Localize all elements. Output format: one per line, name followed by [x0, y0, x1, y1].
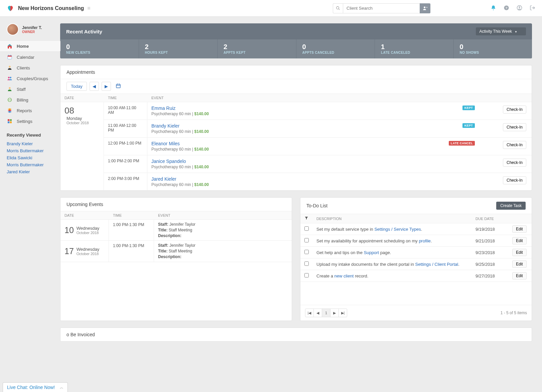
recent-activity-title: Recent Activity: [66, 29, 102, 34]
pager-prev[interactable]: ◀: [313, 309, 322, 317]
brand-logo: [7, 5, 14, 12]
event-info: Staff: Jennifer Taylor Title: Staff Meet…: [154, 241, 292, 261]
notifications-icon[interactable]: [491, 5, 496, 12]
client-link[interactable]: Brandy Kieler: [151, 123, 179, 129]
pager-first[interactable]: |◀: [305, 309, 314, 317]
todo-description: Upload my intake documents for the clien…: [312, 262, 471, 267]
todo-link[interactable]: Settings / Client Portal: [415, 262, 458, 267]
todo-desc-header: DESCRIPTION: [312, 215, 471, 223]
recently-viewed-link[interactable]: Jared Kieler: [7, 168, 53, 175]
client-search-input[interactable]: [343, 3, 420, 13]
edit-task-button[interactable]: Edit: [512, 260, 527, 268]
next-day-button[interactable]: ▶: [102, 82, 111, 91]
pager-last[interactable]: ▶|: [338, 309, 347, 317]
recently-viewed-title: Recently Viewed: [7, 133, 53, 138]
todo-checkbox[interactable]: [304, 238, 309, 242]
stat-value: 2: [145, 43, 212, 51]
todo-link[interactable]: new client: [334, 273, 354, 278]
edit-task-button[interactable]: Edit: [512, 249, 527, 256]
live-chat-widget[interactable]: Live Chat: Online Now! ︿: [3, 382, 68, 392]
recently-viewed-link[interactable]: Brandy Kieler: [7, 140, 53, 147]
todo-row: Set my default service type in Settings …: [300, 223, 532, 235]
checkin-button[interactable]: Check-In: [503, 176, 526, 184]
appt-time: 11:00 AM-12:00 PM: [104, 120, 147, 137]
appt-time: 1:00 PM-2:00 PM: [104, 155, 147, 173]
col-time-header: TIME: [104, 94, 147, 102]
nav-couples[interactable]: Couples/Groups: [0, 73, 60, 84]
todo-checkbox[interactable]: [304, 226, 309, 231]
clients-icon: [7, 65, 13, 71]
nav-reports[interactable]: Reports: [0, 105, 60, 116]
todo-link[interactable]: Settings / Service Types: [374, 227, 421, 232]
todo-title: To-Do List: [306, 203, 327, 208]
todo-checkbox[interactable]: [304, 273, 309, 277]
event-info: Staff: Jennifer Taylor Title: Staff Meet…: [154, 220, 292, 240]
prev-day-button[interactable]: ◀: [90, 82, 99, 91]
logout-icon[interactable]: [530, 5, 535, 12]
checkin-button[interactable]: Check-In: [503, 123, 526, 131]
svg-point-12: [8, 77, 10, 78]
stat-tile[interactable]: 1LATE CANCELED: [375, 39, 454, 58]
user-name: Jennifer T.: [22, 25, 42, 30]
nav-label: Home: [17, 44, 29, 49]
client-link[interactable]: Emma Ruiz: [151, 106, 175, 111]
client-link[interactable]: Janice Spandelo: [151, 159, 186, 164]
stat-tile[interactable]: 2HOURS KEPT: [139, 39, 218, 58]
event-time: 1:00 PM-1:30 PM: [109, 241, 154, 261]
stat-label: APPTS KEPT: [224, 51, 290, 54]
stat-tile[interactable]: 0NEW CLIENTS: [60, 39, 139, 58]
nav-home[interactable]: Home: [0, 40, 60, 52]
filter-icon[interactable]: [300, 214, 312, 223]
ev-date-header: DATE: [60, 211, 109, 219]
help-icon[interactable]: ?: [504, 5, 509, 12]
today-button[interactable]: Today: [66, 82, 87, 91]
add-client-button[interactable]: [420, 3, 430, 13]
pager-page[interactable]: 1: [322, 309, 330, 317]
stat-tile[interactable]: 0APPTS CANCELED: [296, 39, 375, 58]
appt-date-number: 08: [64, 106, 74, 116]
appointment-row: 2:00 PM-3:00 PM Jared Kieler Psychothera…: [104, 173, 532, 190]
todo-checkbox[interactable]: [304, 250, 309, 254]
edit-task-button[interactable]: Edit: [512, 272, 527, 279]
date-picker-icon[interactable]: [116, 83, 121, 89]
nav-settings[interactable]: Settings: [0, 116, 60, 127]
todo-row: Create a new client record. 9/27/2018 Ed…: [300, 270, 532, 282]
recently-viewed-link[interactable]: Elida Sawicki: [7, 154, 53, 161]
pager-next[interactable]: ▶: [330, 309, 339, 317]
service-line: Psychotherapy 60 min | $140.00: [151, 182, 528, 187]
status-badge: KEPT: [462, 106, 475, 110]
checkin-button[interactable]: Check-In: [503, 159, 526, 167]
client-link[interactable]: Jared Kieler: [151, 176, 176, 182]
nav-staff[interactable]: Staff: [0, 84, 60, 94]
event-row: 17 WednesdayOctober 2018 1:00 PM-1:30 PM…: [60, 241, 292, 262]
todo-link[interactable]: Support: [364, 250, 379, 255]
menu-toggle-icon[interactable]: ≡: [87, 5, 90, 11]
activity-range-select[interactable]: Activity This Week: [476, 27, 526, 35]
nav-billing[interactable]: Billing: [0, 94, 60, 105]
checkin-button[interactable]: Check-In: [503, 106, 526, 114]
todo-row: Set my availability for appointment sche…: [300, 235, 532, 247]
svg-rect-21: [10, 119, 12, 121]
svg-rect-9: [8, 55, 9, 56]
live-chat-text: Live Chat: Online Now!: [7, 385, 55, 390]
reports-icon: [7, 108, 13, 114]
edit-task-button[interactable]: Edit: [512, 225, 527, 233]
edit-task-button[interactable]: Edit: [512, 237, 527, 244]
todo-link[interactable]: profile: [419, 238, 430, 243]
create-task-button[interactable]: Create Task: [496, 202, 526, 210]
stat-label: HOURS KEPT: [145, 51, 212, 54]
recently-viewed-link[interactable]: Morris Buttermaker: [7, 161, 53, 168]
nav-calendar[interactable]: Calendar: [0, 52, 60, 62]
svg-rect-20: [8, 119, 9, 121]
stat-tile[interactable]: 0NO SHOWS: [454, 39, 532, 58]
nav-clients[interactable]: Clients: [0, 62, 60, 73]
svg-rect-8: [8, 55, 12, 56]
profile-icon[interactable]: [517, 5, 522, 12]
user-avatar[interactable]: [7, 23, 19, 35]
stat-tile[interactable]: 2APPTS KEPT: [218, 39, 296, 58]
client-link[interactable]: Eleanor Miles: [151, 141, 180, 146]
user-role: OWNER: [22, 30, 42, 34]
checkin-button[interactable]: Check-In: [503, 141, 526, 149]
recently-viewed-link[interactable]: Morris Buttermaker: [7, 147, 53, 154]
todo-checkbox[interactable]: [304, 261, 309, 266]
